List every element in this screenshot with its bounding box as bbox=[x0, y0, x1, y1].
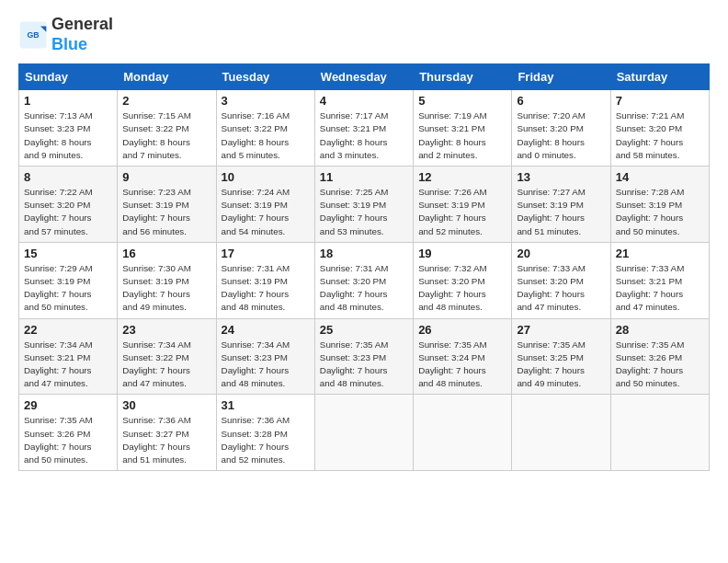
day-cell: 9Sunrise: 7:23 AM Sunset: 3:19 PM Daylig… bbox=[118, 167, 216, 243]
day-cell: 26Sunrise: 7:35 AM Sunset: 3:24 PM Dayli… bbox=[414, 318, 512, 395]
day-number: 26 bbox=[418, 323, 506, 337]
day-number: 20 bbox=[517, 247, 605, 260]
week-row-5: 29Sunrise: 7:35 AM Sunset: 3:26 PM Dayli… bbox=[19, 395, 710, 471]
day-cell: 25Sunrise: 7:35 AM Sunset: 3:23 PM Dayli… bbox=[314, 318, 413, 395]
day-number: 11 bbox=[320, 170, 408, 184]
day-number: 25 bbox=[320, 323, 408, 337]
day-cell: 1Sunrise: 7:13 AM Sunset: 3:23 PM Daylig… bbox=[19, 90, 118, 167]
day-cell: 15Sunrise: 7:29 AM Sunset: 3:19 PM Dayli… bbox=[19, 242, 118, 318]
weekday-header-thursday: Thursday bbox=[414, 64, 512, 90]
day-info: Sunrise: 7:31 AM Sunset: 3:19 PM Dayligh… bbox=[222, 262, 310, 315]
day-number: 22 bbox=[24, 323, 112, 337]
day-cell: 31Sunrise: 7:36 AM Sunset: 3:28 PM Dayli… bbox=[216, 395, 314, 471]
day-cell: 6Sunrise: 7:20 AM Sunset: 3:20 PM Daylig… bbox=[512, 90, 610, 167]
day-cell: 8Sunrise: 7:22 AM Sunset: 3:20 PM Daylig… bbox=[19, 167, 118, 243]
day-number: 2 bbox=[122, 94, 210, 108]
week-row-1: 1Sunrise: 7:13 AM Sunset: 3:23 PM Daylig… bbox=[19, 90, 710, 167]
day-info: Sunrise: 7:13 AM Sunset: 3:23 PM Dayligh… bbox=[24, 109, 112, 162]
day-info: Sunrise: 7:34 AM Sunset: 3:22 PM Dayligh… bbox=[122, 339, 210, 391]
day-info: Sunrise: 7:35 AM Sunset: 3:26 PM Dayligh… bbox=[616, 339, 704, 391]
day-cell: 14Sunrise: 7:28 AM Sunset: 3:19 PM Dayli… bbox=[610, 167, 709, 243]
week-row-2: 8Sunrise: 7:22 AM Sunset: 3:20 PM Daylig… bbox=[19, 167, 710, 243]
day-number: 15 bbox=[24, 247, 112, 260]
day-info: Sunrise: 7:33 AM Sunset: 3:20 PM Dayligh… bbox=[517, 262, 605, 315]
day-info: Sunrise: 7:26 AM Sunset: 3:19 PM Dayligh… bbox=[418, 186, 506, 238]
day-cell: 13Sunrise: 7:27 AM Sunset: 3:19 PM Dayli… bbox=[512, 167, 610, 243]
day-cell: 11Sunrise: 7:25 AM Sunset: 3:19 PM Dayli… bbox=[314, 167, 413, 243]
day-info: Sunrise: 7:25 AM Sunset: 3:19 PM Dayligh… bbox=[320, 186, 408, 238]
day-cell: 23Sunrise: 7:34 AM Sunset: 3:22 PM Dayli… bbox=[118, 318, 216, 395]
day-info: Sunrise: 7:34 AM Sunset: 3:21 PM Dayligh… bbox=[24, 339, 112, 391]
day-number: 16 bbox=[122, 247, 210, 260]
day-number: 13 bbox=[517, 170, 605, 184]
day-number: 9 bbox=[122, 170, 210, 184]
day-info: Sunrise: 7:24 AM Sunset: 3:19 PM Dayligh… bbox=[222, 186, 310, 238]
day-cell: 10Sunrise: 7:24 AM Sunset: 3:19 PM Dayli… bbox=[216, 167, 314, 243]
svg-text:GB: GB bbox=[27, 30, 39, 40]
day-cell: 20Sunrise: 7:33 AM Sunset: 3:20 PM Dayli… bbox=[512, 242, 610, 318]
week-row-4: 22Sunrise: 7:34 AM Sunset: 3:21 PM Dayli… bbox=[19, 318, 710, 395]
day-info: Sunrise: 7:35 AM Sunset: 3:26 PM Dayligh… bbox=[24, 414, 112, 466]
day-info: Sunrise: 7:19 AM Sunset: 3:21 PM Dayligh… bbox=[418, 109, 506, 162]
calendar-table: SundayMondayTuesdayWednesdayThursdayFrid… bbox=[18, 63, 710, 471]
day-cell: 29Sunrise: 7:35 AM Sunset: 3:26 PM Dayli… bbox=[19, 395, 118, 471]
calendar-page: GB General Blue SundayMondayTuesdayWedne… bbox=[0, 0, 728, 480]
day-cell: 5Sunrise: 7:19 AM Sunset: 3:21 PM Daylig… bbox=[414, 90, 512, 167]
day-cell: 21Sunrise: 7:33 AM Sunset: 3:21 PM Dayli… bbox=[610, 242, 709, 318]
day-info: Sunrise: 7:20 AM Sunset: 3:20 PM Dayligh… bbox=[517, 109, 605, 162]
day-cell bbox=[512, 395, 610, 471]
day-number: 19 bbox=[418, 247, 506, 260]
day-cell: 4Sunrise: 7:17 AM Sunset: 3:21 PM Daylig… bbox=[314, 90, 413, 167]
header: GB General Blue bbox=[18, 15, 710, 54]
weekday-header-friday: Friday bbox=[512, 64, 610, 90]
day-cell: 19Sunrise: 7:32 AM Sunset: 3:20 PM Dayli… bbox=[414, 242, 512, 318]
day-cell: 27Sunrise: 7:35 AM Sunset: 3:25 PM Dayli… bbox=[512, 318, 610, 395]
day-info: Sunrise: 7:17 AM Sunset: 3:21 PM Dayligh… bbox=[320, 109, 408, 162]
day-info: Sunrise: 7:27 AM Sunset: 3:19 PM Dayligh… bbox=[517, 186, 605, 238]
day-number: 30 bbox=[122, 398, 210, 412]
day-cell: 30Sunrise: 7:36 AM Sunset: 3:27 PM Dayli… bbox=[118, 395, 216, 471]
weekday-header-tuesday: Tuesday bbox=[216, 64, 314, 90]
weekday-header-saturday: Saturday bbox=[610, 64, 709, 90]
week-row-3: 15Sunrise: 7:29 AM Sunset: 3:19 PM Dayli… bbox=[19, 242, 710, 318]
day-info: Sunrise: 7:35 AM Sunset: 3:25 PM Dayligh… bbox=[517, 339, 605, 391]
day-number: 29 bbox=[24, 398, 112, 412]
day-number: 18 bbox=[320, 247, 408, 260]
day-info: Sunrise: 7:15 AM Sunset: 3:22 PM Dayligh… bbox=[122, 109, 210, 162]
day-info: Sunrise: 7:23 AM Sunset: 3:19 PM Dayligh… bbox=[122, 186, 210, 238]
day-number: 17 bbox=[222, 247, 310, 260]
day-number: 3 bbox=[222, 94, 310, 108]
day-info: Sunrise: 7:35 AM Sunset: 3:24 PM Dayligh… bbox=[418, 339, 506, 391]
logo: GB General Blue bbox=[18, 15, 113, 54]
day-number: 1 bbox=[24, 94, 112, 108]
day-number: 23 bbox=[122, 323, 210, 337]
day-number: 28 bbox=[616, 323, 704, 337]
day-info: Sunrise: 7:30 AM Sunset: 3:19 PM Dayligh… bbox=[122, 262, 210, 315]
logo-icon: GB bbox=[18, 20, 48, 50]
day-cell: 18Sunrise: 7:31 AM Sunset: 3:20 PM Dayli… bbox=[314, 242, 413, 318]
logo-text: General Blue bbox=[51, 15, 113, 54]
day-cell bbox=[610, 395, 709, 471]
day-info: Sunrise: 7:29 AM Sunset: 3:19 PM Dayligh… bbox=[24, 262, 112, 315]
day-number: 7 bbox=[616, 94, 704, 108]
day-info: Sunrise: 7:32 AM Sunset: 3:20 PM Dayligh… bbox=[418, 262, 506, 315]
day-info: Sunrise: 7:22 AM Sunset: 3:20 PM Dayligh… bbox=[24, 186, 112, 238]
day-info: Sunrise: 7:28 AM Sunset: 3:19 PM Dayligh… bbox=[616, 186, 704, 238]
day-info: Sunrise: 7:36 AM Sunset: 3:28 PM Dayligh… bbox=[222, 414, 310, 466]
day-cell: 17Sunrise: 7:31 AM Sunset: 3:19 PM Dayli… bbox=[216, 242, 314, 318]
day-info: Sunrise: 7:34 AM Sunset: 3:23 PM Dayligh… bbox=[222, 339, 310, 391]
day-info: Sunrise: 7:21 AM Sunset: 3:20 PM Dayligh… bbox=[616, 109, 704, 162]
day-number: 5 bbox=[418, 94, 506, 108]
day-number: 10 bbox=[222, 170, 310, 184]
day-cell: 24Sunrise: 7:34 AM Sunset: 3:23 PM Dayli… bbox=[216, 318, 314, 395]
day-info: Sunrise: 7:33 AM Sunset: 3:21 PM Dayligh… bbox=[616, 262, 704, 315]
day-info: Sunrise: 7:36 AM Sunset: 3:27 PM Dayligh… bbox=[122, 414, 210, 466]
day-cell: 12Sunrise: 7:26 AM Sunset: 3:19 PM Dayli… bbox=[414, 167, 512, 243]
weekday-header-monday: Monday bbox=[118, 64, 216, 90]
day-number: 4 bbox=[320, 94, 408, 108]
day-number: 8 bbox=[24, 170, 112, 184]
day-cell bbox=[414, 395, 512, 471]
day-cell: 22Sunrise: 7:34 AM Sunset: 3:21 PM Dayli… bbox=[19, 318, 118, 395]
day-number: 21 bbox=[616, 247, 704, 260]
weekday-header-sunday: Sunday bbox=[19, 64, 118, 90]
